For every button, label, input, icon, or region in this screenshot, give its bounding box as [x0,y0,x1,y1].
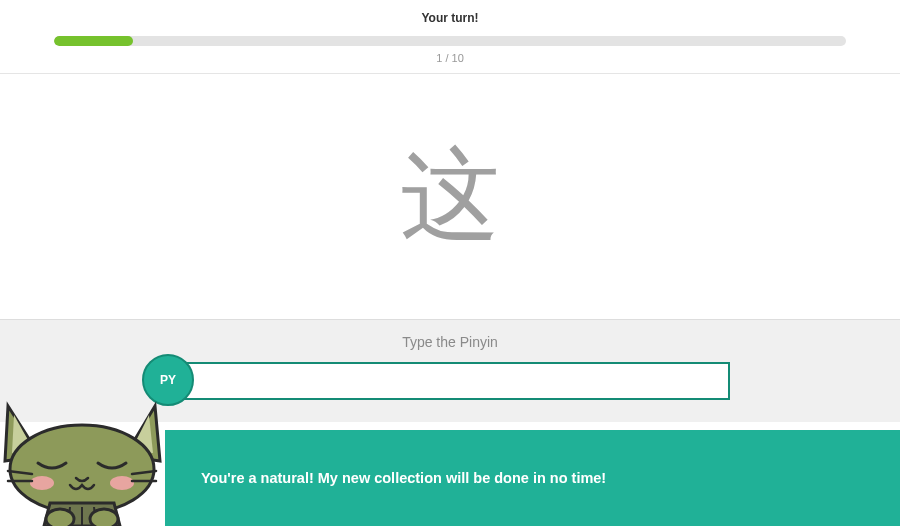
mascot-character-icon [0,401,165,526]
feedback-message: You're a natural! My new collection will… [201,470,606,486]
feedback-banner: You're a natural! My new collection will… [165,430,900,526]
progress-bar [54,36,846,46]
pinyin-badge-icon: PY [142,354,194,406]
progress-fill [54,36,133,46]
hanzi-character: 这 [400,129,500,264]
svg-point-11 [90,509,118,526]
input-row: PY [170,362,730,400]
svg-point-0 [10,425,154,513]
prompt-label: Type the Pinyin [0,334,900,350]
flashcard-area: 这 [0,74,900,319]
svg-point-10 [46,509,74,526]
svg-point-1 [30,476,54,490]
pinyin-input[interactable] [170,362,730,400]
turn-label: Your turn! [0,11,900,25]
svg-point-2 [110,476,134,490]
progress-counter: 1 / 10 [0,52,900,64]
quiz-header: Your turn! 1 / 10 [0,0,900,64]
